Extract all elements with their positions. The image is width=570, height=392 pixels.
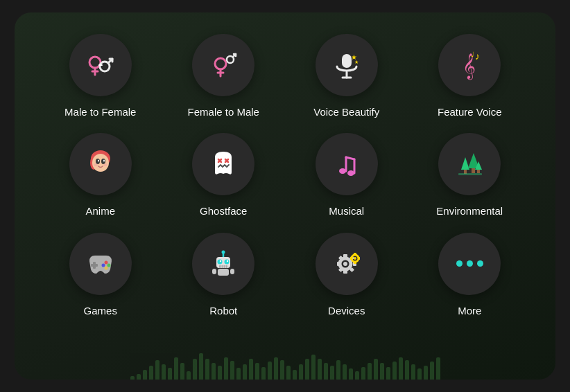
svg-point-52 [218,259,223,264]
svg-point-74 [354,257,356,260]
svg-rect-44 [91,264,98,267]
icon-female-to-male [192,34,254,96]
svg-point-21 [96,159,100,164]
icon-environmental [438,133,501,195]
label-robot: Robot [209,305,237,317]
icon-anime [69,133,132,195]
svg-rect-62 [230,269,234,274]
svg-rect-61 [212,269,216,274]
label-feature-voice: Feature Voice [438,106,502,118]
item-robot[interactable]: Robot [166,232,282,317]
svg-point-22 [101,159,105,164]
svg-point-46 [107,263,110,267]
item-female-to-male[interactable]: Female to Male [166,33,282,118]
label-environmental: Environmental [436,205,503,217]
icon-grid: Male to Female Female to Male [15,12,555,380]
svg-point-23 [98,160,99,162]
item-environmental[interactable]: Environmental [412,132,528,217]
svg-point-55 [227,260,228,262]
label-more: More [458,305,481,317]
icon-ghostface [192,133,254,195]
svg-point-54 [220,260,221,262]
svg-point-45 [104,260,107,264]
item-anime[interactable]: Anime [42,132,159,217]
item-male-to-female[interactable]: Male to Female [42,33,159,118]
item-games[interactable]: Games [42,232,159,317]
svg-rect-76 [354,262,356,264]
icon-games [69,233,132,295]
label-female-to-male: Female to Male [188,106,259,118]
label-voice-beautify: Voice Beautify [313,106,379,118]
svg-rect-67 [337,262,340,266]
dot-2 [467,260,473,267]
svg-rect-39 [472,168,475,173]
svg-rect-60 [218,269,229,276]
icon-voice-beautify: ★ ★ [316,34,378,96]
item-musical[interactable]: Musical [288,132,405,217]
svg-text:★: ★ [354,60,359,64]
svg-rect-42 [458,173,482,175]
svg-rect-65 [343,254,347,258]
dot-1 [456,260,463,267]
item-ghostface[interactable]: Ghostface [166,132,282,217]
svg-point-50 [222,250,225,253]
label-ghostface: Ghostface [200,205,247,217]
svg-rect-10 [342,54,352,68]
svg-rect-41 [477,170,480,173]
svg-point-53 [225,259,230,264]
svg-point-20 [92,154,109,172]
svg-point-25 [94,163,98,166]
item-more[interactable]: More [412,232,528,317]
label-devices: Devices [328,305,365,317]
label-anime: Anime [85,205,115,217]
main-card: Male to Female Female to Male [15,12,555,380]
svg-point-48 [104,266,107,269]
dot-3 [477,260,483,267]
svg-text:♪: ♪ [475,51,480,62]
svg-point-64 [343,262,347,266]
svg-rect-78 [358,257,360,260]
svg-rect-66 [343,270,347,274]
icon-feature-voice: 𝄞 ♪ ♩ [438,34,501,96]
svg-text:♩: ♩ [471,51,474,58]
svg-rect-77 [350,257,352,260]
icon-robot [192,233,254,295]
svg-line-35 [346,157,354,159]
item-feature-voice[interactable]: 𝄞 ♪ ♩ Feature Voice [412,33,528,118]
svg-point-47 [101,263,105,267]
icon-devices [316,233,378,295]
icon-musical [316,133,378,195]
item-devices[interactable]: Devices [288,232,405,317]
more-dots [456,260,483,267]
svg-point-24 [103,160,105,162]
icon-more [438,233,501,295]
item-voice-beautify[interactable]: ★ ★ Voice Beautify [288,33,405,118]
label-musical: Musical [329,205,364,217]
label-games: Games [84,305,117,317]
svg-rect-75 [354,253,356,255]
svg-point-5 [215,58,226,69]
svg-marker-36 [461,157,469,170]
svg-point-26 [103,163,107,166]
label-male-to-female: Male to Female [64,106,136,118]
icon-male-to-female [69,34,132,96]
